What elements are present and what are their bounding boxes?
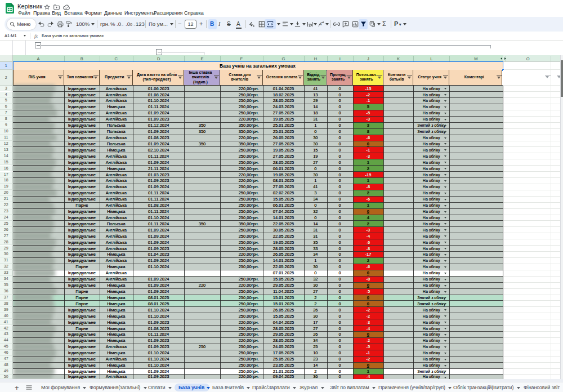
- svg-text:A: A: [320, 23, 322, 26]
